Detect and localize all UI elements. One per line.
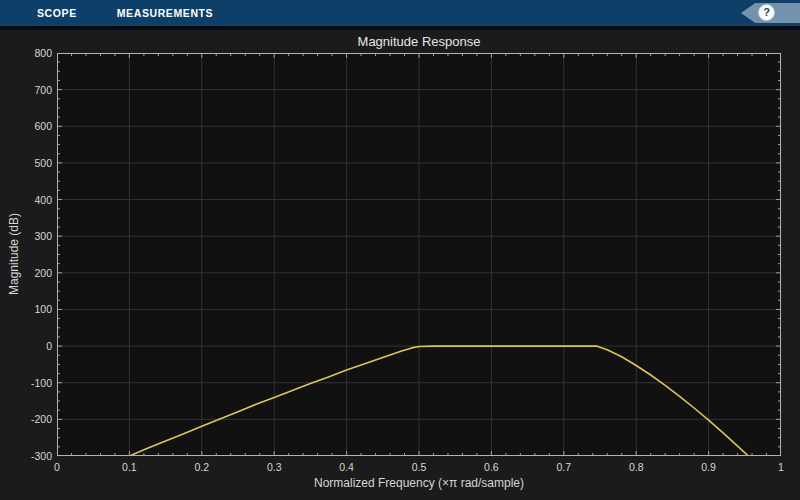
y-tick-label: -100 <box>0 377 52 389</box>
y-tick-labels: -300-200-1000100200300400500600700800 <box>0 0 52 500</box>
x-tick-label: 0.4 <box>327 461 367 473</box>
x-axis-label: Normalized Frequency (×π rad/sample) <box>57 476 781 490</box>
x-tick-label: 1 <box>761 461 800 473</box>
y-tick-label: 300 <box>0 230 52 242</box>
plot-svg[interactable] <box>57 53 781 456</box>
plot-area[interactable] <box>57 53 781 456</box>
y-tick-label: -200 <box>0 413 52 425</box>
x-tick-label: 0.1 <box>109 461 149 473</box>
toolbar-shadow <box>0 26 800 30</box>
tab-measurements[interactable]: MEASUREMENTS <box>117 0 213 26</box>
x-tick-label: 0.5 <box>399 461 439 473</box>
x-tick-label: 0.6 <box>471 461 511 473</box>
response-curve <box>129 346 748 456</box>
x-tick-label: 0.9 <box>689 461 729 473</box>
chart-title: Magnitude Response <box>57 34 781 49</box>
y-tick-label: 400 <box>0 194 52 206</box>
x-tick-label: 0.7 <box>544 461 584 473</box>
x-tick-label: 0.2 <box>182 461 222 473</box>
y-tick-label: 800 <box>0 47 52 59</box>
toolbar-tabstrip: SCOPE MEASUREMENTS ? <box>0 0 800 26</box>
y-tick-label: 500 <box>0 157 52 169</box>
y-tick-label: 700 <box>0 84 52 96</box>
x-tick-labels: 00.10.20.30.40.50.60.70.80.91 <box>57 461 781 474</box>
y-tick-label: 100 <box>0 303 52 315</box>
x-tick-label: 0.8 <box>616 461 656 473</box>
y-tick-label: 200 <box>0 267 52 279</box>
y-tick-label: 600 <box>0 120 52 132</box>
help-icon[interactable]: ? <box>758 4 775 21</box>
scope-window: SCOPE MEASUREMENTS ? Magnitude Response … <box>0 0 800 500</box>
y-tick-label: -300 <box>0 450 52 462</box>
y-tick-label: 0 <box>0 340 52 352</box>
x-tick-label: 0.3 <box>254 461 294 473</box>
help-tag[interactable]: ? <box>741 3 800 23</box>
